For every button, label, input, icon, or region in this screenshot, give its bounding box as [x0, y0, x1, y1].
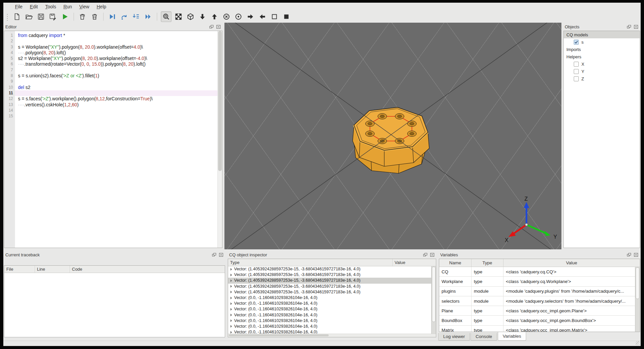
back-view-button[interactable] — [233, 12, 243, 22]
expander-icon[interactable] — [230, 331, 232, 334]
inspector-row[interactable]: Vector: (1.4053924288597253e-15, -3.6804… — [228, 289, 436, 295]
expander-icon[interactable] — [230, 319, 232, 322]
menu-file[interactable]: File — [11, 3, 26, 10]
toolbar-drag-handle-icon[interactable] — [6, 13, 9, 21]
inspector-row[interactable]: Vector: (0.0, -1.1604610293826104e-16, 4… — [228, 295, 436, 301]
column-header-file[interactable]: File — [4, 266, 35, 273]
variable-row-workplane[interactable]: Workplanetype<class 'cadquery.cq.Workpla… — [439, 277, 640, 286]
column-header-code[interactable]: Code — [70, 266, 225, 273]
column-header-type[interactable]: Type — [472, 259, 503, 267]
front-view-button[interactable] — [221, 12, 231, 22]
objects-item-y[interactable]: Y — [564, 68, 640, 75]
inspector-scrollbar[interactable] — [431, 266, 436, 334]
unchecked-checkbox[interactable] — [574, 62, 579, 67]
menu-edit[interactable]: Edit — [26, 3, 42, 10]
save-as-button[interactable] — [48, 12, 58, 22]
expander-icon[interactable] — [230, 308, 232, 311]
expander-icon[interactable] — [230, 291, 232, 293]
objects-item-x[interactable]: X — [564, 60, 640, 68]
unchecked-checkbox[interactable] — [574, 69, 579, 74]
variable-row-plane[interactable]: Planetype<class 'cadquery.occ_impl.geom.… — [439, 306, 640, 316]
top-view-button[interactable] — [197, 12, 207, 22]
checked-checkbox[interactable] — [574, 40, 579, 45]
column-header-value[interactable]: Value — [393, 259, 436, 266]
unchecked-checkbox[interactable] — [574, 76, 579, 81]
iso-view-button[interactable] — [185, 12, 195, 22]
inspector-row[interactable]: Vector: (0.0, -1.1604610293826104e-16, 4… — [228, 324, 436, 329]
step-button[interactable] — [119, 12, 129, 22]
continue-button[interactable] — [143, 12, 153, 22]
expander-icon[interactable] — [230, 279, 232, 282]
delete-button[interactable] — [78, 12, 88, 22]
inspector-row[interactable]: Vector: (1.4053924288597253e-15, -3.6804… — [228, 272, 436, 278]
float-panel-button[interactable] — [209, 24, 214, 29]
editor-scrollbar[interactable] — [217, 31, 222, 248]
inspector-scrollbar-thumb[interactable] — [432, 267, 436, 322]
left-view-button[interactable] — [245, 12, 255, 22]
open-button[interactable] — [24, 12, 34, 22]
close-panel-button[interactable] — [633, 252, 639, 257]
right-view-button[interactable] — [257, 12, 267, 22]
step-into-button[interactable] — [131, 12, 141, 22]
objects-item-helpers[interactable]: Helpers — [564, 53, 640, 60]
close-panel-button[interactable] — [218, 252, 224, 257]
expander-icon[interactable] — [230, 297, 232, 299]
variable-row-plugins[interactable]: pluginsmodule<module 'cadquery.plugins' … — [439, 287, 640, 296]
column-header-name[interactable]: Name — [439, 259, 472, 267]
wireframe-button[interactable] — [269, 12, 279, 22]
inspector-row[interactable]: Vector: (0.0, -1.1604610293826104e-16, 4… — [228, 312, 436, 318]
expander-icon[interactable] — [230, 268, 232, 271]
inspector-hscrollbar-thumb[interactable] — [229, 334, 329, 336]
close-panel-button[interactable] — [429, 252, 435, 257]
expander-icon[interactable] — [230, 274, 232, 276]
variable-row-cq[interactable]: CQtype<class 'cadquery.cq.CQ'> — [439, 267, 640, 277]
inspector-row[interactable]: Vector: (0.0, -1.1604610293826104e-16, 4… — [228, 329, 436, 334]
objects-item-z[interactable]: Z — [564, 75, 640, 82]
inspector-row[interactable]: Vector: (0.0, -1.1604610293826104e-16, 4… — [228, 306, 436, 312]
render-button[interactable] — [60, 12, 70, 22]
tab-console[interactable]: Console — [471, 333, 497, 341]
menu-view[interactable]: View — [76, 3, 93, 10]
variables-scrollbar[interactable] — [635, 267, 640, 332]
tab-variables[interactable]: Variables — [498, 332, 526, 341]
float-panel-button[interactable] — [423, 252, 428, 257]
variable-row-selectors[interactable]: selectorsmodule<module 'cadquery.selecto… — [439, 296, 640, 306]
variables-scrollbar-thumb[interactable] — [636, 267, 639, 299]
expander-icon[interactable] — [230, 325, 232, 328]
expander-icon[interactable] — [230, 314, 232, 316]
variable-row-matrix[interactable]: Matrixtype<class 'cadquery.occ_impl.geom… — [439, 326, 640, 332]
editor-scrollbar-thumb[interactable] — [218, 31, 222, 171]
objects-item-cq-models[interactable]: CQ models — [564, 31, 640, 38]
variable-row-boundbox[interactable]: BoundBoxtype<class 'cadquery.occ_impl.ge… — [439, 316, 640, 325]
column-header-line[interactable]: Line — [35, 266, 70, 273]
menu-help[interactable]: Help — [93, 3, 110, 10]
inspector-row[interactable]: Vector: (1.4053924288597253e-15, -3.6804… — [228, 266, 436, 272]
objects-item-imports[interactable]: Imports — [564, 46, 640, 53]
new-file-button[interactable] — [12, 12, 22, 22]
menu-tools[interactable]: Tools — [42, 3, 60, 10]
column-header-type[interactable]: Type — [228, 259, 393, 266]
inspector-row[interactable]: Vector: (0.0, -1.1604610293826104e-16, 4… — [228, 318, 436, 324]
float-panel-button[interactable] — [626, 252, 632, 257]
close-panel-button[interactable] — [215, 24, 221, 29]
code-area[interactable]: from cadquery import *s = Workplane("XY"… — [15, 31, 217, 248]
inspector-hscrollbar[interactable] — [228, 334, 436, 337]
resize-grip[interactable] — [636, 341, 640, 345]
expander-icon[interactable] — [230, 302, 232, 305]
objects-item-s[interactable]: s — [564, 38, 640, 46]
inspector-row[interactable]: Vector: (0.0, -1.1604610293826104e-16, 4… — [228, 301, 436, 306]
3d-viewport[interactable]: Z X Y — [224, 23, 561, 249]
close-panel-button[interactable] — [633, 24, 639, 29]
fit-view-button[interactable] — [161, 11, 171, 22]
delete-all-button[interactable] — [90, 12, 100, 22]
save-button[interactable] — [36, 12, 46, 22]
tab-log-viewer[interactable]: Log viewer — [438, 333, 470, 341]
fit-all-button[interactable] — [173, 12, 183, 22]
menu-run[interactable]: Run — [60, 3, 76, 10]
float-panel-button[interactable] — [211, 252, 217, 257]
bottom-view-button[interactable] — [209, 12, 219, 22]
inspector-row[interactable]: Vector: (1.4053924288597253e-15, -3.6804… — [228, 278, 436, 283]
float-panel-button[interactable] — [626, 24, 632, 29]
shaded-button[interactable] — [281, 12, 291, 22]
code-editor[interactable]: 123456789101112131415 from cadquery impo… — [4, 31, 222, 248]
